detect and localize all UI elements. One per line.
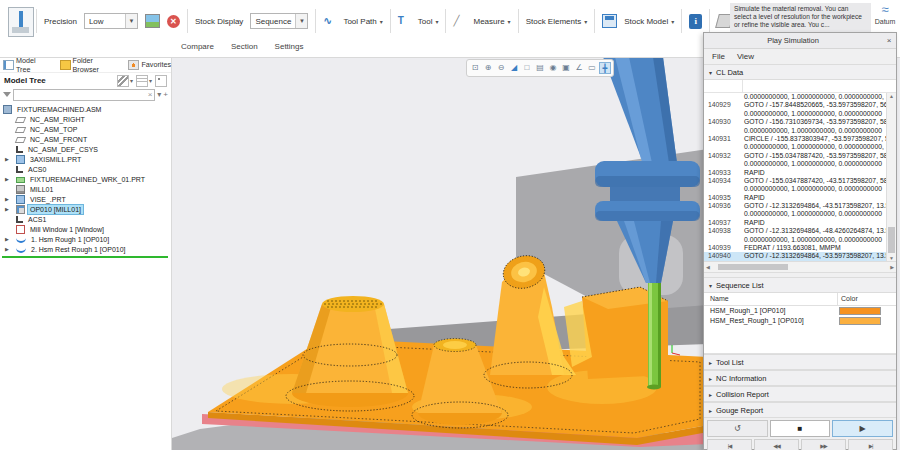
expander-icon[interactable]: ▶ <box>5 206 9 212</box>
tree-item[interactable]: ▶1. Hsm Rough 1 [OP010] <box>0 234 171 244</box>
sequence-list-header[interactable]: ▾ Sequence List <box>704 277 896 293</box>
cl-row[interactable]: 0.0000000000, 1.0000000000, 0.0000000000 <box>704 210 896 218</box>
chevron-down-icon[interactable]: ▼ <box>125 14 137 28</box>
tab-section[interactable]: Section <box>231 42 258 51</box>
cl-row[interactable]: 0.0000000000, 1.0000000000, 0.0000000000 <box>704 160 896 168</box>
image-display-icon[interactable] <box>145 14 160 28</box>
remove-material-icon[interactable]: ✕ <box>167 15 180 28</box>
add-filter-button[interactable]: + <box>163 90 168 100</box>
tree-item[interactable]: NC_ASM_FRONT <box>0 134 171 144</box>
expander-icon[interactable]: ▶ <box>5 156 9 162</box>
spin-center-icon[interactable]: ╋ <box>599 62 611 74</box>
scrollbar-thumb[interactable] <box>888 227 895 253</box>
tree-item[interactable]: ▶2. Hsm Rest Rough 1 [OP010] <box>0 244 171 254</box>
tree-item[interactable]: ▶FIXTUREMACHINED_WRK_01.PRT <box>0 174 171 184</box>
chevron-down-icon[interactable]: ▾ <box>149 77 152 84</box>
tree-columns-icon[interactable] <box>136 75 148 87</box>
expander-icon[interactable]: ▶ <box>5 246 9 252</box>
chevron-down-icon[interactable]: ▼ <box>295 14 307 28</box>
precision-dropdown[interactable]: Low ▼ <box>84 13 138 29</box>
cl-row[interactable]: 140932GOTO / -155.0347887420, -53.597359… <box>704 152 896 160</box>
tree-item[interactable]: FIXTUREMACHINED.ASM <box>0 104 171 114</box>
zoom-in-icon[interactable]: ⊕ <box>482 62 494 74</box>
tree-item[interactable]: NC_ASM_TOP <box>0 124 171 134</box>
stock-elements-button[interactable]: Stock Elements ▾ <box>526 17 588 26</box>
menu-view[interactable]: View <box>737 52 754 61</box>
cl-row[interactable]: 140933RAPID <box>704 169 896 177</box>
tab-compare[interactable]: Compare <box>181 42 214 51</box>
tab-folder-browser[interactable]: Folder Browser <box>60 56 120 74</box>
simulation-app-icon[interactable] <box>8 7 34 37</box>
cl-row[interactable]: 0.0000000000, 1.0000000000, 0.0000000000 <box>704 127 896 135</box>
cl-row[interactable]: 140931CIRCLE / -155.8373803947, -53.5973… <box>704 135 896 143</box>
datum-display-icon[interactable]: ∠ <box>573 62 585 74</box>
stop-button[interactable]: ■ <box>770 420 831 437</box>
cl-row[interactable]: 140935RAPID <box>704 194 896 202</box>
saved-orientations-icon[interactable]: ▤ <box>534 62 546 74</box>
tree-search-input[interactable]: × <box>13 89 155 101</box>
zoom-out-icon[interactable]: ⊖ <box>495 62 507 74</box>
tab-settings[interactable]: Settings <box>275 42 304 51</box>
stock-display-dropdown[interactable]: Sequence ▼ <box>250 13 308 29</box>
cl-row-selected[interactable]: 140940GOTO / -12.3132694864, -53.5973598… <box>704 252 896 260</box>
tree-item[interactable]: ACS0 <box>0 164 171 174</box>
cl-row[interactable]: 0.0000000000, 1.0000000000, 0.0000000000… <box>704 93 896 101</box>
expander-icon[interactable]: ▶ <box>5 176 9 182</box>
tool-path-button[interactable]: Tool Path ▾ <box>343 17 382 26</box>
cl-row[interactable]: 140936GOTO / -12.3132694864, -43.5173598… <box>704 202 896 210</box>
cl-row[interactable]: 0.0000000000, 1.0000000000, 0.0000000000 <box>704 110 896 118</box>
gouge-report-header[interactable]: ▸ Gouge Report <box>704 402 896 418</box>
stock-model-button[interactable]: Stock Model ▾ <box>624 17 674 26</box>
tool-list-header[interactable]: ▸ Tool List <box>704 354 896 370</box>
cl-row[interactable]: 140929GOTO / -157.8448520665, -53.597359… <box>704 101 896 109</box>
tab-model-tree[interactable]: Model Tree <box>3 56 51 74</box>
reset-button[interactable]: ↺ <box>707 420 768 437</box>
tab-favorites[interactable]: Favorites <box>128 60 171 70</box>
cl-row[interactable]: 140938GOTO / -12.3132694864, -48.4260264… <box>704 227 896 235</box>
cl-data-header[interactable]: ▾ CL Data <box>704 64 896 80</box>
capture-icon[interactable]: ▣ <box>560 62 572 74</box>
horizontal-scrollbar[interactable]: ◀ ▶ <box>704 261 896 273</box>
cl-row[interactable]: 140939FEDRAT / 1193.663081, MMPM <box>704 244 896 252</box>
play-button[interactable]: ▶ <box>832 420 893 437</box>
collision-report-header[interactable]: ▸ Collision Report <box>704 386 896 402</box>
tree-item-selected[interactable]: ▶OP010 [MILL01] <box>0 204 171 214</box>
menu-file[interactable]: File <box>712 52 725 61</box>
cl-row[interactable]: 0.0000000000, 1.0000000000, 0.0000000000… <box>704 143 896 151</box>
annotation-display-icon[interactable]: ▭ <box>586 62 598 74</box>
cl-row[interactable]: 140934GOTO / -155.0347887420, -43.517359… <box>704 177 896 185</box>
tree-item[interactable]: ACS1 <box>0 214 171 224</box>
sequence-row[interactable]: HSM_Rough_1 [OP010] <box>704 306 896 316</box>
tree-item[interactable]: Mill Window 1 [Window] <box>0 224 171 234</box>
rewind-button[interactable]: ◀◀ <box>754 439 799 450</box>
tree-item[interactable]: NC_ASM_DEF_CSYS <box>0 144 171 154</box>
tree-item[interactable]: ▶3AXISMILL.PRT <box>0 154 171 164</box>
tree-item[interactable]: NC_ASM_RIGHT <box>0 114 171 124</box>
scroll-right-icon[interactable]: ▶ <box>890 264 894 270</box>
clear-icon[interactable]: × <box>148 90 153 100</box>
cl-data-list[interactable]: 0.0000000000, 1.0000000000, 0.0000000000… <box>704 93 896 261</box>
scroll-up-icon[interactable]: ▲ <box>889 93 894 99</box>
measure-button[interactable]: Measure ▾ <box>473 17 510 26</box>
cl-row[interactable]: 140937RAPID <box>704 219 896 227</box>
chevron-down-icon[interactable]: ▾ <box>130 77 133 84</box>
tree-item[interactable]: ▶VISE_.PRT <box>0 194 171 204</box>
chevron-down-icon[interactable]: ▾ <box>157 90 161 100</box>
display-style-icon[interactable]: □ <box>521 62 533 74</box>
info-button[interactable]: i <box>689 14 702 29</box>
expander-icon[interactable]: ▶ <box>5 196 9 202</box>
zoom-to-fit-icon[interactable]: ⊡ <box>469 62 481 74</box>
panel-titlebar[interactable]: Play Simulation × <box>704 33 896 49</box>
tree-item[interactable]: MILL01 <box>0 184 171 194</box>
skip-to-start-button[interactable]: |◀ <box>707 439 752 450</box>
scroll-left-icon[interactable]: ◀ <box>706 264 710 270</box>
scrollbar-thumb[interactable] <box>718 264 788 270</box>
view-manager-icon[interactable]: ◉ <box>547 62 559 74</box>
expander-icon[interactable]: ▶ <box>5 236 9 242</box>
close-icon[interactable]: × <box>882 36 896 45</box>
tool-button[interactable]: Tool ▾ <box>418 17 439 26</box>
sequence-row[interactable]: HSM_Rest_Rough_1 [OP010] <box>704 316 896 326</box>
tree-filters-icon[interactable] <box>117 75 129 87</box>
vertical-scrollbar[interactable]: ▲ ▼ <box>886 93 896 261</box>
datum-group[interactable]: ≈ Datum <box>871 2 899 25</box>
